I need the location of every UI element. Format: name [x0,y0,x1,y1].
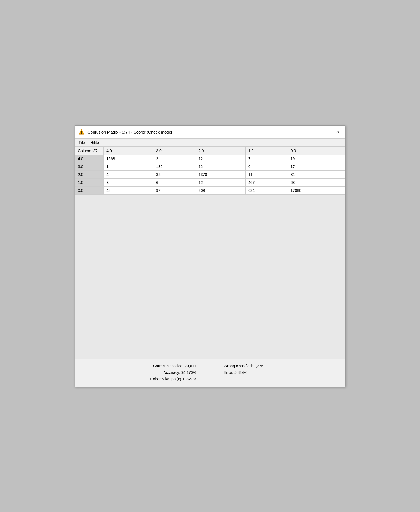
table-cell-4-2: 269 [196,186,246,194]
table-header-col5: 0.0 [288,147,345,155]
menu-hilite-label: Hilite [91,140,99,145]
table-cell-2-0: 4 [104,170,153,178]
table-cell-0-3: 7 [246,155,288,163]
table-header-col3: 2.0 [196,147,246,155]
table-row: 0.0489726962417080 [75,186,345,194]
table-row: 2.043213701131 [75,170,345,178]
table-cell-3-1: 6 [153,178,196,186]
correct-classified: Correct classified: 20,617 [91,364,207,368]
table-cell-4-1: 97 [153,186,196,194]
table-row-label-4: 0.0 [75,186,104,194]
table-cell-0-0: 1568 [104,155,153,163]
table-cell-4-4: 17080 [288,186,345,194]
minimize-button[interactable]: — [313,128,322,136]
error: Error: 5.824% [213,370,329,375]
menu-bar: File Hilite [75,139,345,147]
menu-file-label: File [79,140,85,145]
table-cell-1-0: 1 [104,163,153,170]
table-cell-4-3: 624 [246,186,288,194]
table-row-label-0: 4.0 [75,155,104,163]
kappa: Cohen's kappa (κ): 0.827% [91,377,207,381]
table-row-label-2: 2.0 [75,170,104,178]
table-header-col2: 3.0 [153,147,196,155]
table-cell-2-2: 1370 [196,170,246,178]
content-area [75,195,345,359]
table-header-col1: 4.0 [104,147,153,155]
table-cell-0-2: 12 [196,155,246,163]
table-cell-1-2: 12 [196,163,246,170]
table-header-row: Column187... 4.0 3.0 2.0 1.0 0.0 [75,147,345,155]
table-cell-2-1: 32 [153,170,196,178]
table-cell-1-4: 17 [288,163,345,170]
table-row-label-1: 3.0 [75,163,104,170]
table-cell-2-3: 11 [246,170,288,178]
title-bar-left: ! Confusion Matrix - 6:74 - Scorer (Chec… [78,129,313,135]
menu-file[interactable]: File [77,140,87,146]
title-bar-controls: — □ ✕ [313,128,342,136]
table-cell-0-1: 2 [153,155,196,163]
table-cell-3-3: 467 [246,178,288,186]
table-row: 1.0361246768 [75,178,345,186]
table-cell-3-4: 68 [288,178,345,186]
window-title: Confusion Matrix - 6:74 - Scorer (Check … [88,130,173,134]
warning-icon: ! [78,129,85,135]
table-row-label-3: 1.0 [75,178,104,186]
table-cell-1-1: 132 [153,163,196,170]
table-header-col0: Column187... [75,147,104,155]
table-row: 3.0113212017 [75,163,345,170]
table-cell-3-2: 12 [196,178,246,186]
status-bar: Correct classified: 20,617 Wrong classif… [75,359,345,387]
table-cell-1-3: 0 [246,163,288,170]
title-bar: ! Confusion Matrix - 6:74 - Scorer (Chec… [75,126,345,139]
table-cell-0-4: 19 [288,155,345,163]
maximize-button[interactable]: □ [323,128,332,136]
menu-hilite[interactable]: Hilite [88,140,101,146]
table-header-col4: 1.0 [246,147,288,155]
wrong-classified: Wrong classified: 1,275 [213,364,329,368]
table-cell-4-0: 48 [104,186,153,194]
table-cell-3-0: 3 [104,178,153,186]
main-window: ! Confusion Matrix - 6:74 - Scorer (Chec… [75,125,345,387]
confusion-matrix-table-container: Column187... 4.0 3.0 2.0 1.0 0.0 4.01568… [75,147,345,195]
close-button[interactable]: ✕ [333,128,342,136]
table-row: 4.01568212719 [75,155,345,163]
confusion-matrix-table: Column187... 4.0 3.0 2.0 1.0 0.0 4.01568… [75,147,345,195]
table-cell-2-4: 31 [288,170,345,178]
accuracy: Accuracy: 94.176% [91,370,207,375]
svg-text:!: ! [81,131,82,134]
